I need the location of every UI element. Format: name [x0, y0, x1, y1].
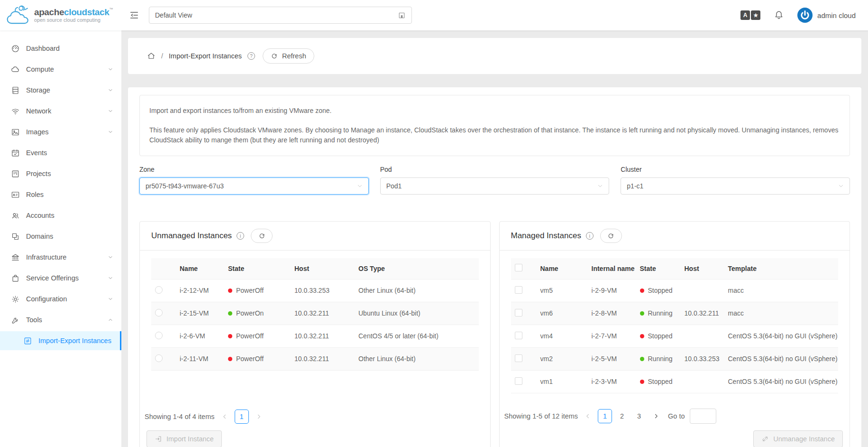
chevron-down-icon — [108, 109, 113, 113]
interaction-icon — [23, 336, 32, 345]
picture-icon — [11, 128, 20, 137]
view-selector[interactable]: Default View — [149, 7, 412, 24]
managed-refresh-button[interactable] — [600, 229, 622, 243]
next-page-icon[interactable] — [651, 411, 661, 421]
sidebar-item-label: Dashboard — [26, 45, 60, 52]
row-radio[interactable] — [155, 309, 163, 317]
menu-fold-icon[interactable] — [129, 10, 139, 20]
sidebar-item-storage[interactable]: Storage — [0, 81, 121, 100]
row-radio[interactable] — [155, 332, 163, 339]
unmanage-instance-label: Unmanage Instance — [773, 435, 835, 443]
sidebar-item-label: Accounts — [26, 212, 55, 219]
sidebar-item-events[interactable]: Events — [0, 143, 121, 162]
import-instance-label: Import Instance — [166, 435, 214, 443]
sidebar-item-label: Roles — [26, 191, 44, 198]
row-radio[interactable] — [155, 286, 163, 294]
user-menu[interactable]: admin cloud — [797, 8, 856, 23]
selector-cell — [511, 347, 537, 370]
page-number-1[interactable]: 1 — [598, 409, 612, 423]
os-type-cell: Ubuntu Linux (64-bit) — [355, 302, 479, 325]
row-checkbox[interactable] — [515, 354, 522, 362]
pod-select[interactable]: Pod1 — [380, 177, 610, 195]
sidebar-item-dashboard[interactable]: Dashboard — [0, 39, 121, 58]
row-checkbox[interactable] — [515, 286, 522, 294]
chevron-down-icon — [357, 183, 363, 189]
unmanaged-pagination: Showing 1-4 of 4 items 1 — [140, 407, 490, 427]
sidebar-item-tools[interactable]: Tools — [0, 310, 121, 329]
host-cell: 10.0.32.211 — [681, 302, 724, 325]
goto-label: Go to — [668, 412, 685, 420]
feature-description: Import and export instances to/from an e… — [139, 95, 850, 156]
sidebar-item-domains[interactable]: Domains — [0, 227, 121, 246]
top-bar-right: A ★ admin cloud — [740, 8, 868, 23]
pod-select-value: Pod1 — [386, 182, 402, 190]
prev-page-icon[interactable] — [583, 411, 593, 421]
name-cell: vm4 — [537, 325, 588, 347]
help-icon[interactable]: ? — [247, 52, 255, 60]
unmanaged-panel-title: Unmanaged Instances — [151, 231, 232, 241]
cluster-select[interactable]: p1-c1 — [621, 177, 850, 195]
unmanage-instance-button[interactable]: Unmanage Instance — [753, 430, 843, 447]
sidebar-item-infrastructure[interactable]: Infrastructure — [0, 248, 121, 267]
chevron-down-icon — [108, 130, 113, 134]
dashboard-icon — [11, 44, 20, 53]
cluster-filter: Cluster p1-c1 — [621, 166, 850, 195]
table-row: vm4i-2-7-VMStoppedCentOS 5.3(64-bit) no … — [511, 325, 839, 347]
page-number-3[interactable]: 3 — [632, 409, 646, 423]
sidebar-item-service-offerings[interactable]: Service Offerings — [0, 269, 121, 288]
sidebar-item-network[interactable]: Network — [0, 102, 121, 121]
prev-page-icon[interactable] — [219, 411, 230, 422]
goto-page-input[interactable] — [690, 409, 716, 424]
row-checkbox[interactable] — [515, 309, 522, 317]
pod-filter: Pod Pod1 — [380, 166, 610, 195]
internal-name-cell: i-2-9-VM — [588, 279, 636, 302]
sidebar-item-images[interactable]: Images — [0, 122, 121, 141]
table-header-row: Name State Host OS Type — [151, 258, 479, 279]
info-icon[interactable]: i — [237, 232, 244, 240]
import-instance-button[interactable]: Import Instance — [146, 430, 222, 447]
column-header: Template — [724, 258, 839, 279]
host-cell: 10.0.32.211 — [291, 325, 355, 347]
table-row: vm5i-2-9-VMStoppedmacc — [511, 279, 839, 302]
gear-icon — [11, 295, 20, 304]
sidebar-item-projects[interactable]: Projects — [0, 164, 121, 183]
os-type-cell: Other Linux (64-bit) — [355, 347, 479, 370]
pagination-summary: Showing 1-5 of 12 items — [504, 412, 578, 420]
column-header: State — [636, 258, 681, 279]
row-checkbox[interactable] — [515, 377, 522, 385]
row-checkbox[interactable] — [515, 332, 522, 339]
name-cell: vm1 — [537, 370, 588, 393]
refresh-icon — [271, 53, 278, 60]
table-header-row: Name Internal name State Host Template — [511, 258, 839, 279]
zone-select[interactable]: pr5075-t943-vmware-67u3 — [139, 177, 369, 195]
state-cell: Running — [636, 302, 681, 325]
row-radio[interactable] — [155, 354, 163, 362]
chevron-down-icon — [108, 88, 113, 93]
translate-icon[interactable]: A ★ — [740, 10, 760, 20]
sidebar-item-import-export-instances[interactable]: Import-Export Instances — [0, 331, 121, 350]
sidebar-item-configuration[interactable]: Configuration — [0, 289, 121, 308]
table-row: i-2-6-VMPowerOff10.0.32.211CentOS 4/5 or… — [151, 325, 479, 347]
home-icon[interactable] — [147, 52, 155, 60]
template-cell: macc — [724, 279, 839, 302]
shopping-icon — [11, 274, 20, 283]
unmanaged-refresh-button[interactable] — [251, 229, 273, 243]
status-text: PowerOn — [236, 309, 264, 317]
sidebar-item-roles[interactable]: Roles — [0, 185, 121, 204]
chevron-down-icon — [108, 67, 113, 72]
select-all-checkbox[interactable] — [515, 264, 522, 271]
sidebar-item-label: Storage — [26, 86, 50, 94]
page-number-1[interactable]: 1 — [235, 410, 249, 424]
sidebar-item-accounts[interactable]: Accounts — [0, 206, 121, 225]
sidebar-item-compute[interactable]: Compute — [0, 60, 121, 79]
info-icon[interactable]: i — [586, 232, 594, 240]
next-page-icon[interactable] — [254, 411, 264, 422]
wifi-icon — [11, 107, 20, 116]
selector-cell — [511, 325, 537, 347]
refresh-button[interactable]: Refresh — [263, 48, 314, 64]
notifications-bell-icon[interactable] — [774, 10, 784, 20]
app-logo[interactable]: apachecloudstack™ open source cloud comp… — [0, 4, 121, 26]
sidebar-item-label: Service Offerings — [26, 274, 79, 282]
refresh-icon — [258, 233, 265, 240]
page-number-2[interactable]: 2 — [615, 409, 629, 423]
